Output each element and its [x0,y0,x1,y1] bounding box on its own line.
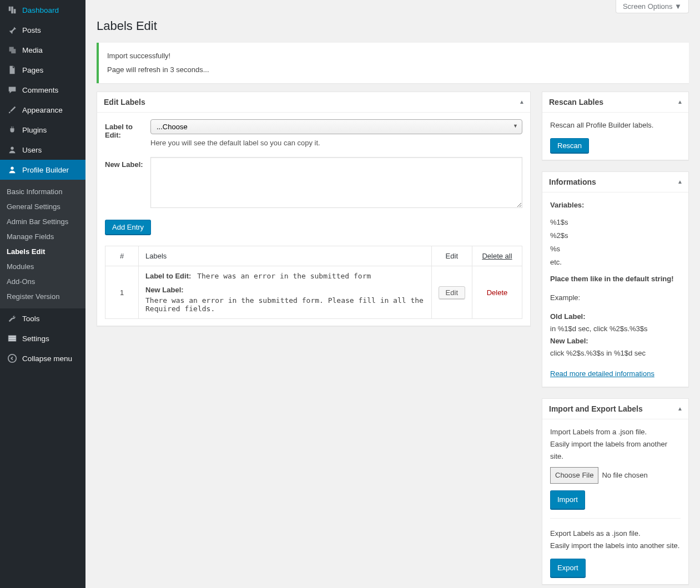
sidebar-label: Tools [22,315,40,323]
toggle-icon[interactable]: ▲ [677,99,683,105]
panel-header: Edit Labels ▲ [97,92,530,113]
label-to-edit-label: Label to Edit: [105,119,150,147]
variable-item: %2$s [550,230,681,242]
rescan-panel: Rescan Lables ▲ Rescan all Profile Build… [542,92,689,160]
example-label: Example: [550,292,681,304]
new-label-textarea[interactable] [150,157,522,208]
row-new-label-label: New Label: [145,286,425,294]
place-instruction: Place them like in the default string! [550,273,681,285]
sidebar-label: Posts [22,26,41,34]
panel-header: Import and Export Labels ▲ [542,399,688,419]
main-content: Screen Options ▼ Labels Edit Import succ… [85,0,700,588]
submenu-general-settings[interactable]: General Settings [0,199,85,214]
panel-header: Informations ▲ [542,172,688,192]
collapse-icon [7,353,18,364]
user-icon [7,144,18,155]
sidebar-label: Settings [22,334,49,343]
sidebar-item-appearance[interactable]: Appearance [0,100,85,120]
new-label-heading: New Label: [550,335,681,347]
success-notice: Import successfully! Page will refresh i… [97,43,689,83]
pin-icon [7,24,18,36]
no-file-text: No file chosen [602,469,647,481]
col-labels: Labels [139,246,432,266]
row-label-to-edit-value: There was an error in the submitted form [197,272,371,280]
rescan-button[interactable]: Rescan [550,138,589,153]
submenu-manage-fields[interactable]: Manage Fields [0,229,85,244]
new-label-label: New Label: [105,157,150,210]
sidebar-label: Users [22,146,42,154]
submenu-admin-bar-settings[interactable]: Admin Bar Settings [0,214,85,229]
comment-icon [7,84,18,95]
new-label-value: click %2$s.%3$s in %1$d sec [550,347,681,359]
import-export-panel: Import and Export Labels ▲ Import Labels… [542,398,689,585]
export-desc: Easily import the labels into another si… [550,540,681,552]
toggle-icon[interactable]: ▲ [519,99,525,105]
toggle-icon[interactable]: ▲ [677,179,683,185]
profile-icon [7,164,18,175]
import-button[interactable]: Import [550,490,585,509]
sidebar-label: Profile Builder [22,166,69,174]
media-icon [7,44,18,55]
import-desc: Import Labels from a .json file. [550,426,681,438]
delete-row-link[interactable]: Delete [487,288,508,297]
sidebar-label: Dashboard [22,6,59,14]
col-edit: Edit [431,246,472,266]
sidebar-submenu: Basic Information General Settings Admin… [0,180,85,308]
delete-all-link[interactable]: Delete all [482,252,512,260]
notice-line: Page will refresh in 3 seconds... [107,63,681,77]
svg-point-0 [11,147,13,150]
svg-point-2 [8,354,16,362]
add-entry-button[interactable]: Add Entry [105,220,151,235]
brush-icon [7,104,18,115]
row-new-label-value: There was an error in the submitted form… [145,296,425,313]
page-icon [7,64,18,75]
sidebar-item-tools[interactable]: Tools [0,308,85,328]
sidebar-label: Appearance [22,106,63,114]
row-number: 1 [105,266,139,319]
sidebar-label: Comments [22,86,58,94]
variable-item: %s [550,243,681,255]
sliders-icon [7,333,18,344]
read-more-link[interactable]: Read more detailed informations [550,369,654,378]
labels-table: # Labels Edit Delete all 1 [105,246,522,319]
sidebar-item-collapse[interactable]: Collapse menu [0,348,85,368]
sidebar-item-profile-builder[interactable]: Profile Builder [0,160,85,180]
row-label-to-edit-label: Label to Edit: [145,272,191,280]
sidebar-label: Collapse menu [22,354,72,363]
submenu-add-ons[interactable]: Add-Ons [0,274,85,289]
edit-labels-panel: Edit Labels ▲ Label to Edit: ...Choose H [97,92,531,326]
choose-file-button[interactable]: Choose File [550,467,598,484]
col-number: # [105,246,139,266]
toggle-icon[interactable]: ▲ [677,405,683,412]
admin-sidebar: Dashboard Posts Media Pages Comments App… [0,0,85,588]
wrench-icon [7,313,18,324]
export-button[interactable]: Export [550,559,586,577]
sidebar-item-media[interactable]: Media [0,40,85,60]
old-label-value: in %1$d sec, click %2$s.%3$s [550,323,681,335]
sidebar-label: Plugins [22,126,47,134]
sidebar-item-dashboard[interactable]: Dashboard [0,0,85,20]
variable-item: %1$s [550,216,681,229]
export-desc: Export Labels as a .json file. [550,528,681,540]
sidebar-item-settings[interactable]: Settings [0,328,85,348]
dashboard-icon [7,4,18,16]
label-to-edit-select[interactable]: ...Choose [150,119,522,134]
submenu-labels-edit[interactable]: Labels Edit [0,244,85,259]
screen-options-button[interactable]: Screen Options ▼ [616,0,689,13]
submenu-basic-information[interactable]: Basic Information [0,184,85,199]
select-hint: Here you will see the default label so y… [150,139,522,147]
edit-row-button[interactable]: Edit [439,286,465,299]
submenu-register-version[interactable]: Register Version [0,289,85,304]
informations-panel: Informations ▲ Variables: %1$s %2$s %s e… [542,171,689,387]
sidebar-label: Media [22,46,43,54]
sidebar-item-pages[interactable]: Pages [0,60,85,80]
panel-header: Rescan Lables ▲ [542,92,688,113]
variables-heading: Variables: [550,199,681,211]
sidebar-label: Pages [22,66,43,74]
sidebar-item-comments[interactable]: Comments [0,80,85,100]
sidebar-item-plugins[interactable]: Plugins [0,120,85,140]
variable-item: etc. [550,256,681,268]
sidebar-item-posts[interactable]: Posts [0,20,85,40]
submenu-modules[interactable]: Modules [0,259,85,274]
sidebar-item-users[interactable]: Users [0,140,85,160]
